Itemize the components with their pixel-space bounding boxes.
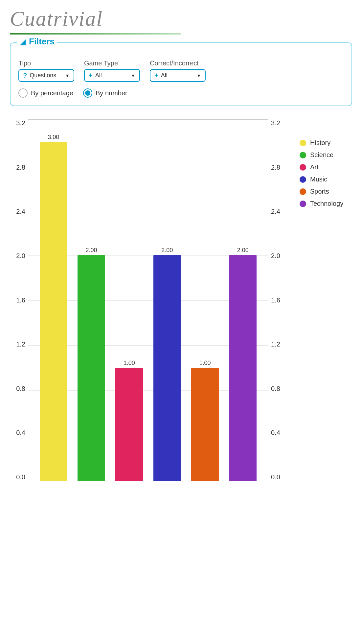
- bar-group: 3.00: [36, 119, 71, 481]
- filters-row: Tipo ? Questions ▼ Game Type + All ▼ Cor…: [18, 60, 344, 82]
- bar-value-label: 1.00: [199, 360, 211, 367]
- legend-dot: [300, 176, 306, 183]
- y-axis-label-left: 0.0: [16, 473, 25, 481]
- y-axis-left: 3.22.82.42.01.61.20.80.40.0: [10, 119, 28, 481]
- legend-item: Technology: [300, 200, 352, 207]
- filter-funnel-icon: ◢: [20, 37, 26, 46]
- y-axis-label-left: 2.8: [16, 164, 25, 171]
- y-axis-label-left: 2.0: [16, 252, 25, 260]
- y-axis-label-right: 0.8: [271, 385, 280, 393]
- bar-group: 1.00: [112, 119, 147, 481]
- bar-value-label: 1.00: [124, 360, 135, 367]
- correct-select[interactable]: + All ▼: [150, 69, 206, 82]
- y-axis-label-left: 1.6: [16, 297, 25, 304]
- tipo-icon: ?: [23, 72, 27, 79]
- bar-group: 2.00: [150, 119, 184, 481]
- bar-group: 2.00: [74, 119, 108, 481]
- y-axis-label-left: 0.8: [16, 385, 25, 393]
- bar-rect: [153, 255, 181, 481]
- correct-group: Correct/Incorrect + All ▼: [150, 60, 206, 82]
- legend-item: History: [300, 139, 352, 147]
- tipo-group: Tipo ? Questions ▼: [18, 60, 74, 82]
- filters-title: Filters: [29, 36, 55, 47]
- legend-item: Science: [300, 151, 352, 159]
- gametype-value: All: [95, 72, 128, 79]
- legend-dot: [300, 164, 306, 171]
- chart-inner: 3.22.82.42.01.61.20.80.40.03.002.001.002…: [10, 119, 286, 481]
- bars-area: 3.002.001.002.001.002.00: [30, 119, 267, 481]
- bar-rect: [191, 368, 219, 481]
- chart-area: 3.22.82.42.01.61.20.80.40.03.002.001.002…: [10, 119, 286, 481]
- gametype-label: Game Type: [84, 60, 140, 67]
- gametype-select[interactable]: + All ▼: [84, 69, 140, 82]
- radio-number-label: By number: [96, 89, 127, 97]
- chart-section: 3.22.82.42.01.61.20.80.40.03.002.001.002…: [10, 119, 352, 481]
- gametype-dropdown-arrow: ▼: [131, 73, 135, 78]
- y-axis-right: 3.22.82.42.01.61.20.80.40.0: [268, 119, 286, 481]
- grid-line: [28, 481, 268, 481]
- y-axis-label-right: 0.4: [271, 429, 280, 437]
- header-line: [10, 33, 181, 35]
- y-axis-label-right: 1.2: [271, 341, 280, 348]
- radio-by-number[interactable]: By number: [83, 88, 127, 98]
- correct-value: All: [161, 72, 194, 79]
- y-axis-label-right: 3.2: [271, 119, 280, 127]
- bar-value-label: 2.00: [161, 247, 173, 254]
- correct-label: Correct/Incorrect: [150, 60, 206, 67]
- bar-rect: [115, 368, 143, 481]
- correct-icon: +: [154, 72, 158, 79]
- filters-container: ◢ Filters Tipo ? Questions ▼ Game Type +…: [10, 42, 352, 106]
- gametype-group: Game Type + All ▼: [84, 60, 140, 82]
- filters-title-row: ◢ Filters: [17, 36, 57, 47]
- y-axis-label-left: 2.4: [16, 208, 25, 215]
- radio-circle-number: [83, 88, 92, 98]
- correct-dropdown-arrow: ▼: [196, 73, 201, 78]
- bar-rect: [78, 255, 105, 481]
- y-axis-label-right: 2.4: [271, 208, 280, 215]
- legend-dot: [300, 188, 306, 195]
- y-axis-label-left: 0.4: [16, 429, 25, 437]
- bar-group: 2.00: [226, 119, 260, 481]
- radio-circle-percentage: [18, 88, 28, 98]
- y-axis-label-right: 2.8: [271, 164, 280, 171]
- legend-label: Art: [310, 163, 319, 171]
- app-logo: Cuatrivial: [10, 7, 352, 31]
- y-axis-label-left: 1.2: [16, 341, 25, 348]
- legend-label: Music: [310, 176, 327, 183]
- legend-dot: [300, 140, 306, 146]
- legend-label: Technology: [310, 200, 343, 207]
- tipo-dropdown-arrow: ▼: [65, 73, 70, 78]
- legend-dot: [300, 152, 306, 158]
- bar-value-label: 2.00: [85, 247, 97, 254]
- radio-row: By percentage By number: [18, 88, 344, 98]
- bar-group: 1.00: [188, 119, 222, 481]
- y-axis-label-right: 0.0: [271, 473, 280, 481]
- bar-rect: [229, 255, 257, 481]
- bar-value-label: 3.00: [48, 134, 59, 141]
- y-axis-label-right: 1.6: [271, 297, 280, 304]
- bar-value-label: 2.00: [237, 247, 249, 254]
- bar-rect: [40, 142, 67, 481]
- legend-item: Art: [300, 163, 352, 171]
- legend-label: Science: [310, 151, 333, 159]
- legend-item: Music: [300, 176, 352, 183]
- radio-by-percentage[interactable]: By percentage: [18, 88, 73, 98]
- legend-dot: [300, 201, 306, 207]
- tipo-label: Tipo: [18, 60, 74, 67]
- legend-label: Sports: [310, 188, 329, 195]
- legend-item: Sports: [300, 188, 352, 195]
- legend: HistoryScienceArtMusicSportsTechnology: [300, 139, 352, 207]
- gametype-icon: +: [89, 72, 93, 79]
- y-axis-label-left: 3.2: [16, 119, 25, 127]
- radio-percentage-label: By percentage: [31, 89, 73, 97]
- tipo-select[interactable]: ? Questions ▼: [18, 69, 74, 82]
- tipo-value: Questions: [30, 72, 62, 79]
- y-axis-label-right: 2.0: [271, 252, 280, 260]
- legend-label: History: [310, 139, 330, 147]
